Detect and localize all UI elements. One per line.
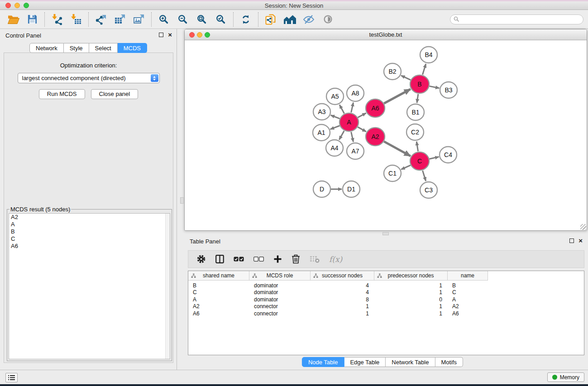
traffic-lights	[5, 3, 29, 8]
graph-edge[interactable]	[422, 64, 425, 75]
search-input[interactable]	[450, 14, 583, 24]
mcds-result-item[interactable]: A	[9, 221, 170, 228]
table-row[interactable]: A6connector11A6	[188, 310, 584, 317]
import-table-button[interactable]	[67, 11, 86, 28]
network-window-titlebar[interactable]: testGlobe.txt	[185, 29, 587, 40]
table-cell: B	[448, 282, 488, 289]
table-row[interactable]: Cdominator41C	[188, 289, 584, 296]
network-maximize-button[interactable]	[205, 32, 210, 38]
export-network-button[interactable]	[91, 11, 110, 28]
tab-network-table[interactable]: Network Table	[386, 357, 435, 367]
graph-edge[interactable]	[430, 86, 440, 88]
export-table-button[interactable]	[110, 11, 129, 28]
graph-edge[interactable]	[423, 171, 426, 181]
mcds-result-title: MCDS result (5 nodes)	[10, 206, 71, 213]
graph-edge[interactable]	[339, 131, 344, 140]
graph-edge[interactable]	[401, 165, 411, 169]
duplicate-network-button[interactable]	[261, 11, 280, 28]
table-row[interactable]: Bdominator41B	[188, 282, 584, 289]
tab-network[interactable]: Network	[29, 43, 64, 53]
network-canvas[interactable]: B4B2BB3A8A5A6B1A3AA1C2A2A4A7C4CC1C3DD1	[185, 41, 587, 230]
zoom-in-button[interactable]	[154, 11, 173, 28]
refresh-button[interactable]	[236, 11, 255, 28]
mcds-result-item[interactable]: C	[9, 235, 170, 243]
refresh-icon	[240, 14, 251, 25]
float-panel-icon[interactable]	[159, 33, 163, 37]
save-session-button[interactable]	[23, 11, 42, 28]
hide-selected-button[interactable]	[299, 11, 318, 28]
graph-edge[interactable]	[339, 105, 344, 113]
tab-edge-table[interactable]: Edge Table	[344, 357, 386, 367]
column-header[interactable]: MCDS role	[249, 271, 311, 281]
close-panel-icon[interactable]: ×	[578, 238, 583, 243]
graph-edge[interactable]	[417, 94, 418, 103]
tab-select[interactable]: Select	[89, 43, 118, 53]
toolbar-separator	[44, 12, 45, 27]
close-panel-button[interactable]: Close panel	[91, 89, 139, 99]
first-neighbors-button[interactable]	[280, 11, 299, 28]
zoom-fit-button[interactable]	[192, 11, 211, 28]
network-minimize-button[interactable]	[197, 32, 202, 38]
column-header[interactable]: shared name	[188, 271, 249, 281]
splitter-grip-vertical[interactable]	[180, 197, 184, 204]
task-history-button[interactable]	[5, 373, 18, 382]
criterion-dropdown-value: largest connected component (directed)	[22, 75, 126, 81]
mcds-result-item[interactable]: A6	[9, 243, 170, 250]
tab-mcds[interactable]: MCDS	[118, 43, 147, 53]
graph-edge[interactable]	[351, 103, 354, 113]
graph-edge[interactable]	[401, 76, 411, 80]
list-scrollbar[interactable]	[165, 214, 170, 359]
function-builder-button[interactable]: f(x)	[329, 255, 342, 264]
show-all-button[interactable]	[318, 11, 337, 28]
graph-edge[interactable]	[429, 157, 439, 159]
memory-button[interactable]: Memory	[547, 372, 584, 382]
graph-edge[interactable]	[330, 126, 340, 129]
network-close-button[interactable]	[189, 32, 195, 38]
column-header[interactable]: predecessor nodes	[374, 271, 448, 281]
maximize-window-button[interactable]	[24, 3, 29, 8]
graph-edge[interactable]	[416, 142, 418, 152]
graph-edge[interactable]	[351, 132, 354, 142]
splitter-grip-horizontal[interactable]	[382, 232, 389, 235]
open-session-button[interactable]	[4, 11, 23, 28]
close-panel-icon[interactable]: ×	[168, 33, 172, 37]
eye-slash-icon	[303, 14, 315, 25]
graph-edge[interactable]	[358, 127, 366, 132]
mcds-result-item[interactable]: A2	[9, 214, 170, 221]
tab-node-table[interactable]: Node Table	[302, 357, 344, 367]
control-panel: Control Panel × Network Style Select MCD…	[0, 29, 177, 370]
tab-motifs[interactable]: Motifs	[435, 357, 463, 367]
export-image-button[interactable]	[129, 11, 148, 28]
graph-edge[interactable]	[384, 89, 410, 104]
graph-edge[interactable]	[331, 115, 340, 119]
table-row[interactable]: A2connector11A2	[188, 303, 584, 310]
import-network-button[interactable]	[48, 11, 67, 28]
mcds-result-item[interactable]: B	[9, 228, 170, 235]
mcds-result-list: A2ABCA6	[9, 213, 170, 359]
column-visibility-button[interactable]	[215, 255, 224, 263]
tab-style[interactable]: Style	[64, 43, 89, 53]
export-table-icon	[114, 14, 126, 25]
zoom-out-button[interactable]	[173, 11, 192, 28]
table-settings-button[interactable]	[196, 254, 206, 264]
delete-row-button[interactable]	[292, 254, 300, 264]
minimize-window-button[interactable]	[14, 3, 20, 8]
criterion-dropdown[interactable]: largest connected component (directed)	[18, 73, 160, 83]
table-cell: C	[188, 289, 249, 295]
delete-table-button[interactable]	[310, 256, 320, 263]
graph-edge[interactable]	[384, 142, 411, 156]
float-panel-icon[interactable]	[569, 238, 574, 243]
window-resize-grip[interactable]	[580, 224, 586, 230]
select-all-button[interactable]	[234, 257, 244, 262]
graph-node-label: C	[417, 157, 422, 165]
run-mcds-button[interactable]: Run MCDS	[39, 89, 85, 99]
column-header[interactable]: successor nodes	[311, 271, 374, 281]
zoom-selected-button[interactable]	[211, 11, 230, 28]
column-header[interactable]: name	[448, 271, 488, 281]
graph-edge[interactable]	[358, 113, 366, 118]
deselect-all-button[interactable]	[253, 257, 264, 262]
app-titlebar[interactable]: Session: New Session	[0, 1, 588, 10]
close-window-button[interactable]	[5, 3, 11, 8]
add-row-button[interactable]	[273, 255, 282, 263]
table-row[interactable]: Adominator80A	[188, 296, 584, 303]
